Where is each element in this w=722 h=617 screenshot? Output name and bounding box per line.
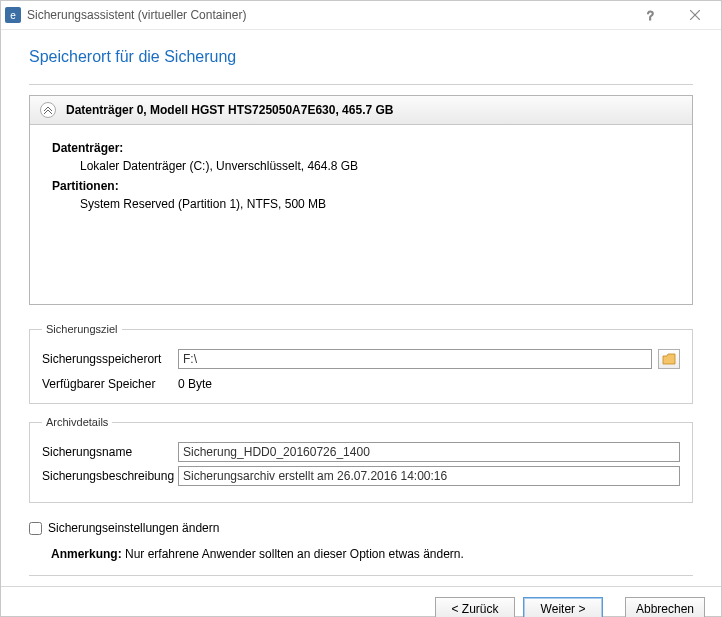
back-button[interactable]: < Zurück bbox=[435, 597, 515, 617]
datentraeger-label: Datenträger: bbox=[52, 141, 678, 155]
target-fieldset: Sicherungsziel Sicherungsspeicherort Ver… bbox=[29, 323, 693, 404]
titlebar: e Sicherungsassistent (virtueller Contai… bbox=[1, 1, 721, 30]
archive-desc-label: Sicherungsbeschreibung bbox=[42, 469, 178, 483]
archive-desc-input[interactable] bbox=[178, 466, 680, 486]
free-value: 0 Byte bbox=[178, 377, 212, 391]
content-area: Speicherort für die Sicherung Datenträge… bbox=[1, 30, 721, 586]
collapse-icon[interactable] bbox=[40, 102, 56, 118]
target-legend: Sicherungsziel bbox=[42, 323, 122, 335]
next-button[interactable]: Weiter > bbox=[523, 597, 603, 617]
change-settings-label: Sicherungseinstellungen ändern bbox=[48, 521, 219, 535]
window-title: Sicherungsassistent (virtueller Containe… bbox=[27, 8, 629, 22]
datentraeger-value: Lokaler Datenträger (C:), Unverschlüssel… bbox=[80, 159, 678, 173]
disk-header-text: Datenträger 0, Modell HGST HTS725050A7E6… bbox=[66, 103, 393, 117]
location-label: Sicherungsspeicherort bbox=[42, 352, 178, 366]
footer-divider bbox=[29, 575, 693, 576]
archive-name-input[interactable] bbox=[178, 442, 680, 462]
close-button[interactable] bbox=[673, 1, 717, 29]
change-settings-row: Sicherungseinstellungen ändern bbox=[29, 521, 693, 535]
change-settings-checkbox[interactable] bbox=[29, 522, 42, 535]
note-bold: Anmerkung: bbox=[51, 547, 122, 561]
footer: < Zurück Weiter > Abbrechen bbox=[1, 586, 721, 617]
folder-icon bbox=[662, 353, 676, 365]
note-text: Nur erfahrene Anwender sollten an dieser… bbox=[122, 547, 464, 561]
disk-header[interactable]: Datenträger 0, Modell HGST HTS725050A7E6… bbox=[30, 96, 692, 125]
svg-text:?: ? bbox=[647, 9, 654, 21]
archive-legend: Archivdetails bbox=[42, 416, 112, 428]
help-button[interactable]: ? bbox=[629, 1, 673, 29]
divider bbox=[29, 84, 693, 85]
location-input[interactable] bbox=[178, 349, 652, 369]
page-title: Speicherort für die Sicherung bbox=[29, 48, 693, 66]
app-icon: e bbox=[5, 7, 21, 23]
free-label: Verfügbarer Speicher bbox=[42, 377, 178, 391]
browse-button[interactable] bbox=[658, 349, 680, 369]
wizard-window: e Sicherungsassistent (virtueller Contai… bbox=[0, 0, 722, 617]
partitionen-value: System Reserved (Partition 1), NTFS, 500… bbox=[80, 197, 678, 211]
archive-name-label: Sicherungsname bbox=[42, 445, 178, 459]
cancel-button[interactable]: Abbrechen bbox=[625, 597, 705, 617]
partitionen-label: Partitionen: bbox=[52, 179, 678, 193]
disk-panel: Datenträger 0, Modell HGST HTS725050A7E6… bbox=[29, 95, 693, 305]
note: Anmerkung: Nur erfahrene Anwender sollte… bbox=[51, 547, 693, 561]
archive-fieldset: Archivdetails Sicherungsname Sicherungsb… bbox=[29, 416, 693, 503]
disk-body: Datenträger: Lokaler Datenträger (C:), U… bbox=[30, 125, 692, 233]
